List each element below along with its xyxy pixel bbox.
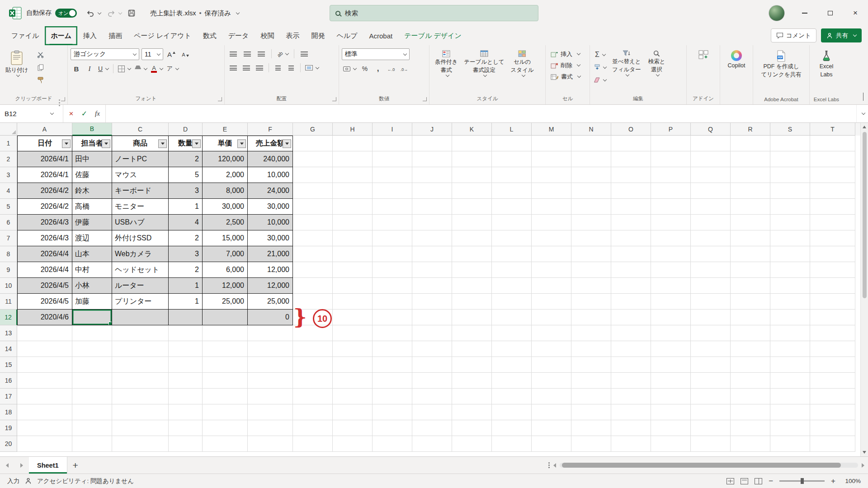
new-sheet-button[interactable]: +	[67, 457, 84, 474]
cell-C13[interactable]	[112, 325, 169, 341]
vertical-scrollbar[interactable]	[860, 123, 868, 456]
cell-A13[interactable]	[17, 325, 72, 341]
horizontal-scroll-thumb[interactable]	[562, 463, 841, 468]
comments-button[interactable]: コメント	[771, 28, 816, 42]
cell-P14[interactable]	[651, 341, 691, 357]
cell-D3[interactable]: 5	[169, 167, 203, 183]
column-header-N[interactable]: N	[571, 123, 611, 136]
cell-M3[interactable]	[532, 167, 571, 183]
cell-N3[interactable]	[571, 167, 611, 183]
cell-B11[interactable]: 加藤	[72, 294, 112, 310]
cell-A20[interactable]	[17, 436, 72, 452]
row-header-2[interactable]: 2	[0, 151, 17, 167]
cell-H15[interactable]	[333, 357, 373, 373]
cell-G14[interactable]	[293, 341, 333, 357]
user-avatar[interactable]	[769, 5, 785, 21]
cell-R15[interactable]	[731, 357, 770, 373]
cell-J17[interactable]	[412, 389, 452, 404]
cell-M19[interactable]	[532, 420, 571, 436]
cell-E20[interactable]	[203, 436, 248, 452]
underline-button[interactable]	[97, 63, 110, 74]
page-layout-view-button[interactable]	[741, 478, 748, 484]
expand-formula-bar-button[interactable]	[856, 105, 868, 122]
cell-Q14[interactable]	[691, 341, 731, 357]
cell-S10[interactable]	[770, 278, 810, 294]
cell-F13[interactable]	[248, 325, 293, 341]
collapse-ribbon-button[interactable]	[861, 93, 863, 101]
cell-G4[interactable]	[293, 183, 333, 199]
cell-O11[interactable]	[611, 294, 651, 310]
cell-E5[interactable]: 30,000	[203, 199, 248, 215]
cell-C18[interactable]	[112, 404, 169, 420]
cell-L19[interactable]	[492, 420, 532, 436]
cell-P8[interactable]	[651, 246, 691, 262]
cell-name-box[interactable]: B12	[0, 105, 58, 122]
cell-P6[interactable]	[651, 215, 691, 230]
undo-button[interactable]	[83, 5, 104, 21]
scroll-options-icon[interactable]	[548, 462, 550, 464]
cell-I18[interactable]	[373, 404, 412, 420]
cell-T10[interactable]	[810, 278, 855, 294]
zoom-percentage[interactable]: 100%	[842, 478, 861, 484]
excel-labs-button[interactable]: Excel Labs	[812, 48, 840, 80]
cell-O6[interactable]	[611, 215, 651, 230]
cell-O10[interactable]	[611, 278, 651, 294]
cell-E8[interactable]: 7,000	[203, 246, 248, 262]
ribbon-tab-校閲[interactable]: 校閲	[255, 26, 280, 45]
cell-P16[interactable]	[651, 373, 691, 389]
cell-Q10[interactable]	[691, 278, 731, 294]
cell-D14[interactable]	[169, 341, 203, 357]
cell-O5[interactable]	[611, 199, 651, 215]
cell-I7[interactable]	[373, 230, 412, 246]
format-painter-button[interactable]	[35, 75, 47, 85]
cell-M20[interactable]	[532, 436, 571, 452]
cell-H1[interactable]	[333, 136, 373, 151]
cell-Q12[interactable]	[691, 310, 731, 325]
row-header-11[interactable]: 11	[0, 294, 17, 310]
cell-R10[interactable]	[731, 278, 770, 294]
decrease-font-size-button[interactable]	[179, 49, 191, 60]
cell-D7[interactable]: 2	[169, 230, 203, 246]
cell-R7[interactable]	[731, 230, 770, 246]
cell-T2[interactable]	[810, 151, 855, 167]
vertical-scroll-thumb[interactable]	[863, 132, 867, 298]
cell-B18[interactable]	[72, 404, 112, 420]
cell-Q1[interactable]	[691, 136, 731, 151]
cell-J12[interactable]	[412, 310, 452, 325]
cell-E18[interactable]	[203, 404, 248, 420]
format-as-table-button[interactable]: テーブルとして 書式設定	[461, 48, 507, 94]
clear-button[interactable]	[593, 75, 608, 85]
cell-C19[interactable]	[112, 420, 169, 436]
row-header-12[interactable]: 12	[0, 310, 17, 325]
cell-S20[interactable]	[770, 436, 810, 452]
filter-button-F[interactable]	[283, 139, 291, 148]
cell-S13[interactable]	[770, 325, 810, 341]
format-cells-button[interactable]: 書式	[548, 71, 587, 82]
cell-G10[interactable]	[293, 278, 333, 294]
cell-J13[interactable]	[412, 325, 452, 341]
cell-C2[interactable]: ノートPC	[112, 151, 169, 167]
cell-O3[interactable]	[611, 167, 651, 183]
cell-R3[interactable]	[731, 167, 770, 183]
fill-color-button[interactable]	[133, 63, 148, 74]
cell-N10[interactable]	[571, 278, 611, 294]
cell-styles-button[interactable]: セルの スタイル	[508, 48, 537, 94]
cell-K12[interactable]	[452, 310, 492, 325]
cell-M9[interactable]	[532, 262, 571, 278]
cell-S8[interactable]	[770, 246, 810, 262]
save-button[interactable]	[125, 5, 138, 21]
wrap-text-button[interactable]	[298, 48, 310, 59]
increase-font-size-button[interactable]	[165, 49, 177, 60]
cell-D15[interactable]	[169, 357, 203, 373]
cell-S14[interactable]	[770, 341, 810, 357]
cell-P9[interactable]	[651, 262, 691, 278]
cell-H14[interactable]	[333, 341, 373, 357]
row-header-4[interactable]: 4	[0, 183, 17, 199]
cell-G1[interactable]	[293, 136, 333, 151]
row-header-17[interactable]: 17	[0, 389, 17, 404]
font-dialog-launcher[interactable]	[218, 97, 222, 101]
cell-A14[interactable]	[17, 341, 72, 357]
cell-A9[interactable]: 2026/4/4	[17, 262, 72, 278]
cell-I20[interactable]	[373, 436, 412, 452]
cell-M14[interactable]	[532, 341, 571, 357]
